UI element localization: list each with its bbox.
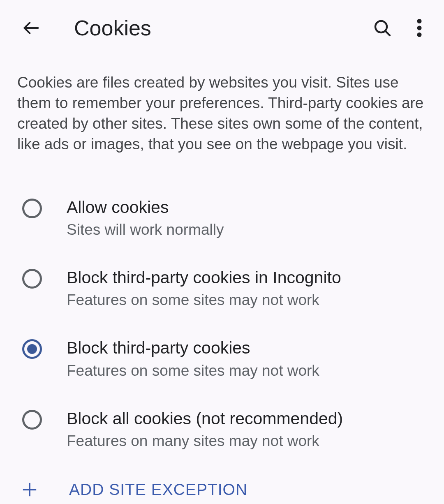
option-block-all-cookies[interactable]: Block all cookies (not recommended) Feat… xyxy=(17,394,427,464)
option-block-third-party[interactable]: Block third-party cookies Features on so… xyxy=(17,323,427,393)
header-actions xyxy=(372,18,429,38)
svg-point-3 xyxy=(417,19,422,23)
radio-indicator xyxy=(22,410,42,430)
more-button[interactable] xyxy=(409,18,429,38)
option-content: Block third-party cookies in Incognito F… xyxy=(67,267,341,309)
cookie-options-list: Allow cookies Sites will work normally B… xyxy=(0,167,444,464)
svg-line-2 xyxy=(385,31,390,35)
add-site-exception-button[interactable]: ADD SITE EXCEPTION xyxy=(0,464,444,504)
header: Cookies xyxy=(0,0,444,53)
svg-point-4 xyxy=(417,26,422,30)
page-title: Cookies xyxy=(74,16,372,40)
add-exception-label: ADD SITE EXCEPTION xyxy=(69,481,247,499)
radio-indicator xyxy=(22,339,42,359)
option-title: Block third-party cookies xyxy=(67,338,319,358)
search-button[interactable] xyxy=(372,18,392,38)
svg-point-5 xyxy=(417,32,422,37)
option-title: Block third-party cookies in Incognito xyxy=(67,267,341,288)
plus-icon xyxy=(20,480,39,499)
option-content: Block third-party cookies Features on so… xyxy=(67,338,319,379)
option-content: Allow cookies Sites will work normally xyxy=(67,197,224,238)
option-subtitle: Features on many sites may not work xyxy=(67,432,343,450)
option-title: Block all cookies (not recommended) xyxy=(67,408,343,429)
search-icon xyxy=(372,18,392,38)
more-vert-icon xyxy=(417,19,422,37)
radio-indicator xyxy=(22,199,42,218)
option-allow-cookies[interactable]: Allow cookies Sites will work normally xyxy=(17,183,427,253)
option-title: Allow cookies xyxy=(67,197,224,218)
option-subtitle: Features on some sites may not work xyxy=(67,291,341,309)
radio-indicator xyxy=(22,269,42,289)
option-content: Block all cookies (not recommended) Feat… xyxy=(67,408,343,450)
cookies-description: Cookies are files created by websites yo… xyxy=(0,53,444,167)
option-subtitle: Sites will work normally xyxy=(67,221,224,238)
arrow-left-icon xyxy=(22,19,40,37)
option-block-third-party-incognito[interactable]: Block third-party cookies in Incognito F… xyxy=(17,253,427,323)
back-button[interactable] xyxy=(21,18,41,38)
option-subtitle: Features on some sites may not work xyxy=(67,362,319,379)
